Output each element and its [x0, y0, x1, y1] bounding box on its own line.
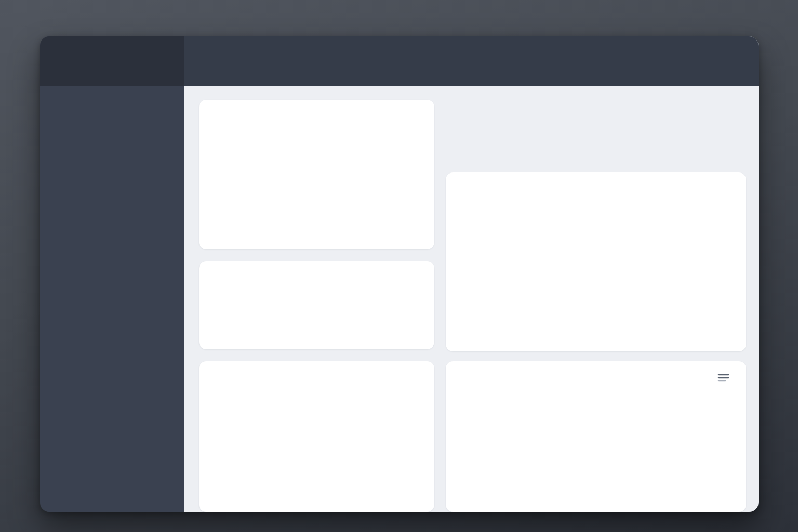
inventory-status-card [199, 261, 434, 349]
dashboard-content [184, 86, 759, 512]
filter-lines-icon[interactable] [716, 373, 730, 383]
sales-overview-card [199, 100, 434, 249]
sales-line-chart [213, 122, 421, 214]
sidebar [40, 36, 184, 512]
top-selling-card [446, 172, 746, 351]
app-logo [40, 36, 184, 86]
erp-app-window [40, 36, 759, 512]
orders-card-right [446, 361, 746, 512]
orders-card-left [199, 361, 434, 512]
stats-row [446, 100, 746, 161]
right-column [446, 100, 746, 512]
sidebar-nav [40, 86, 184, 115]
top-selling-list [461, 193, 730, 351]
left-column [199, 100, 434, 512]
top-header [184, 36, 759, 86]
chart-canvas [213, 122, 421, 214]
main-area [184, 36, 759, 512]
